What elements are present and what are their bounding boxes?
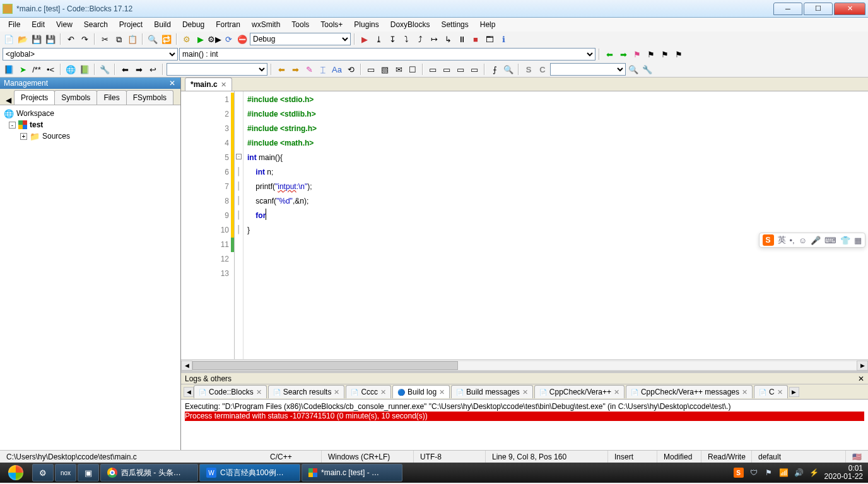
tray-clock[interactable]: 0:01 2020-01-22 bbox=[824, 464, 863, 481]
debug-continue-button[interactable]: ▶ bbox=[358, 33, 371, 45]
ime-skin-icon[interactable]: 👕 bbox=[840, 236, 850, 245]
save-all-button[interactable]: 💾 bbox=[44, 33, 57, 45]
ime-keyboard-icon[interactable]: ⌨ bbox=[824, 236, 836, 245]
doxy-prefs-button[interactable]: 🔧 bbox=[98, 63, 111, 76]
tab-symbols[interactable]: Symbols bbox=[54, 90, 97, 105]
minimize-button[interactable]: ─ bbox=[773, 3, 802, 15]
win4-button[interactable]: ▭ bbox=[468, 63, 481, 76]
tree-sources[interactable]: + 📁 Sources bbox=[4, 130, 177, 142]
task-chrome[interactable]: 西瓜视频 - 头条… bbox=[100, 464, 198, 481]
menu-toolsplus[interactable]: Tools+ bbox=[315, 19, 348, 30]
bookmark-clear-button[interactable]: ⚑ bbox=[672, 48, 685, 60]
letter-c-button[interactable]: C bbox=[536, 63, 549, 76]
cut-button[interactable]: ✂ bbox=[98, 33, 111, 45]
abbrev-button[interactable]: ☐ bbox=[406, 63, 419, 76]
log-tab-cccc[interactable]: 📄Cccc✕ bbox=[346, 385, 391, 398]
action-center-icon[interactable]: ⚑ bbox=[764, 468, 774, 478]
mgmt-tab-prev[interactable]: ◀ bbox=[3, 96, 14, 105]
scroll-left-button[interactable]: ◀ bbox=[181, 360, 192, 371]
undo-button[interactable]: ↶ bbox=[64, 33, 77, 45]
menu-search[interactable]: Search bbox=[78, 19, 114, 30]
step-into-button[interactable]: ⤵ bbox=[400, 33, 413, 45]
log-tab-cppcheck-vera-[interactable]: 📄CppCheck/Vera++✕ bbox=[534, 385, 625, 398]
expander-icon[interactable]: + bbox=[20, 133, 27, 140]
menu-settings[interactable]: Settings bbox=[435, 19, 474, 30]
win2-button[interactable]: ▭ bbox=[440, 63, 453, 76]
log-tab-close[interactable]: ✕ bbox=[439, 388, 445, 396]
volume-icon[interactable]: 🔊 bbox=[794, 468, 804, 478]
scope-select[interactable]: <global> bbox=[3, 48, 178, 60]
menu-build[interactable]: Build bbox=[148, 19, 177, 30]
logs-scroll-left[interactable]: ◀ bbox=[184, 387, 194, 397]
bookmark-prev-button[interactable]: ⚑ bbox=[645, 48, 657, 60]
last-jump-button[interactable]: ↩ bbox=[146, 63, 159, 76]
log-tab-close[interactable]: ✕ bbox=[256, 388, 262, 396]
search-combo[interactable] bbox=[550, 63, 626, 76]
fortran-find-button[interactable]: 🔍 bbox=[502, 63, 515, 76]
nav-back-button[interactable]: ⬅ bbox=[603, 48, 616, 60]
bookmark-next-button[interactable]: ⚑ bbox=[659, 48, 671, 60]
bookmark-toggle-button[interactable]: ⚑ bbox=[631, 48, 643, 60]
paste-button[interactable]: 📋 bbox=[126, 33, 139, 45]
ime-toolbar[interactable]: S 英 •, ☺ 🎤 ⌨ 👕 ▦ bbox=[759, 233, 865, 248]
find-button[interactable]: 🔍 bbox=[146, 33, 159, 45]
diff-button[interactable]: ▭ bbox=[365, 63, 377, 76]
next-line-button[interactable]: ↧ bbox=[386, 33, 399, 45]
logs-close-button[interactable]: ✕ bbox=[858, 374, 864, 383]
doxy-wizard-button[interactable]: 📘 bbox=[3, 63, 15, 76]
task-terminal[interactable]: ▣ bbox=[78, 464, 99, 481]
ime-lang-label[interactable]: 英 bbox=[778, 234, 786, 246]
letter-s-button[interactable]: S bbox=[522, 63, 535, 76]
build-button[interactable]: ⚙ bbox=[180, 33, 193, 45]
menu-debug[interactable]: Debug bbox=[177, 19, 210, 30]
build-target-select[interactable]: Debug bbox=[250, 33, 351, 45]
function-select[interactable]: main() : int bbox=[179, 48, 595, 60]
jump-back-button[interactable]: ⬅ bbox=[119, 63, 131, 76]
tree-project[interactable]: - test bbox=[4, 119, 177, 130]
log-tab-close[interactable]: ✕ bbox=[522, 388, 528, 396]
nav-fwd-button[interactable]: ➡ bbox=[617, 48, 630, 60]
doxy-block-button[interactable]: /** bbox=[30, 63, 43, 76]
case-button[interactable]: Aa bbox=[331, 63, 343, 76]
close-button[interactable]: ✕ bbox=[834, 3, 865, 15]
menu-edit[interactable]: Edit bbox=[26, 19, 50, 30]
doxy-html-button[interactable]: 🌐 bbox=[64, 63, 77, 76]
step-out-button[interactable]: ⤴ bbox=[414, 33, 426, 45]
jump-history-select[interactable] bbox=[167, 63, 267, 76]
search-opts-button[interactable]: 🔧 bbox=[641, 63, 654, 76]
doxy-line-button[interactable]: •< bbox=[44, 63, 57, 76]
mail-button[interactable]: ✉ bbox=[392, 63, 405, 76]
menu-file[interactable]: File bbox=[3, 19, 26, 30]
sogou-icon[interactable]: S bbox=[763, 234, 774, 246]
open-button[interactable]: 📂 bbox=[16, 33, 29, 45]
scroll-thumb[interactable] bbox=[192, 361, 458, 370]
doxy-extract-button[interactable]: ➤ bbox=[16, 63, 29, 76]
task-wps[interactable]: W C语言经典100例… bbox=[199, 464, 300, 481]
ime-emoji-icon[interactable]: ☺ bbox=[799, 236, 807, 245]
task-nox[interactable]: nox bbox=[55, 464, 76, 481]
win3-button[interactable]: ▭ bbox=[454, 63, 467, 76]
step-into-instr-button[interactable]: ↳ bbox=[442, 33, 454, 45]
regex-button[interactable]: ⟲ bbox=[344, 63, 357, 76]
log-tab-c[interactable]: 📄C✕ bbox=[754, 385, 788, 398]
log-tab-close[interactable]: ✕ bbox=[742, 388, 748, 396]
search-go-button[interactable]: 🔍 bbox=[627, 63, 640, 76]
info-button[interactable]: ℹ bbox=[497, 33, 510, 45]
log-tab-cppcheck-vera-messages[interactable]: 📄CppCheck/Vera++ messages✕ bbox=[626, 385, 753, 398]
maximize-button[interactable]: ☐ bbox=[804, 3, 833, 15]
next-func-button[interactable]: ➡ bbox=[289, 63, 302, 76]
tab-projects[interactable]: Projects bbox=[14, 90, 55, 105]
log-tab-close[interactable]: ✕ bbox=[614, 388, 619, 396]
scroll-right-button[interactable]: ▶ bbox=[857, 360, 868, 371]
copy-button[interactable]: ⧉ bbox=[112, 33, 125, 45]
fold-column[interactable]: -│││││ bbox=[235, 91, 243, 359]
abort-button[interactable]: ⛔ bbox=[236, 33, 249, 45]
ime-voice-icon[interactable]: 🎤 bbox=[811, 236, 821, 245]
security-icon[interactable]: 🛡 bbox=[749, 468, 759, 478]
save-button[interactable]: 💾 bbox=[30, 33, 43, 45]
doxy-chm-button[interactable]: 📗 bbox=[78, 63, 91, 76]
win1-button[interactable]: ▭ bbox=[426, 63, 439, 76]
ime-toolbox-icon[interactable]: ▦ bbox=[854, 236, 862, 245]
stop-debug-button[interactable]: ■ bbox=[469, 33, 482, 45]
ime-punct-icon[interactable]: •, bbox=[790, 236, 795, 245]
